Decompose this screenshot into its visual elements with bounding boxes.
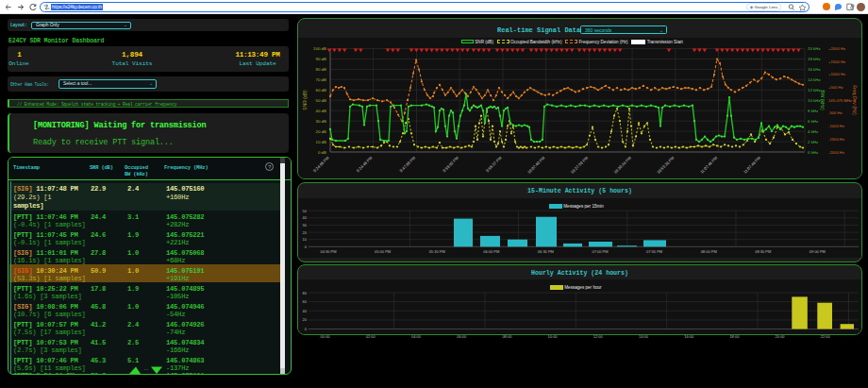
svg-text:14:00: 14:00: [639, 334, 649, 339]
svg-text:04:30 PM: 04:30 PM: [320, 249, 336, 254]
svg-text:9:47:09 PM: 9:47:09 PM: [399, 155, 417, 173]
svg-text:04:00: 04:00: [411, 334, 422, 339]
svg-text:11:07:48 PM: 11:07:48 PM: [743, 155, 761, 174]
svg-text:10 dB: 10 dB: [316, 140, 327, 144]
svg-text:4 kHz: 4 kHz: [808, 129, 818, 134]
svg-text:9:24:08 PM: 9:24:08 PM: [312, 155, 330, 173]
svg-text:10: 10: [303, 237, 308, 242]
svg-text:9:58:37 PM: 9:58:37 PM: [485, 155, 503, 173]
svg-text:14 kHz: 14 kHz: [808, 77, 821, 82]
svg-text:08:00: 08:00: [502, 334, 512, 339]
svg-text:80 dB: 80 dB: [316, 67, 327, 72]
svg-text:10:27:59 PM: 10:27:59 PM: [570, 155, 590, 175]
svg-text:60 dB: 60 dB: [316, 88, 327, 93]
svg-text:BW (kHz): BW (kHz): [820, 90, 826, 110]
svg-text:-1500 Hz: -1500 Hz: [828, 137, 844, 142]
svg-text:Freq Dev (Hz): Freq Dev (Hz): [852, 85, 858, 115]
svg-text:08:00 PM: 08:00 PM: [701, 249, 717, 254]
svg-text:0 kHz: 0 kHz: [808, 150, 818, 155]
svg-text:8 kHz: 8 kHz: [808, 109, 818, 113]
svg-text:0: 0: [305, 327, 308, 331]
svg-text:10:30:24 PM: 10:30:24 PM: [612, 155, 632, 175]
svg-text:30: 30: [303, 223, 308, 228]
svg-text:20: 20: [303, 230, 308, 235]
svg-text:SNR (dB): SNR (dB): [302, 90, 308, 110]
svg-text:0: 0: [305, 245, 308, 249]
svg-text:9:58:02 PM: 9:58:02 PM: [442, 155, 459, 173]
svg-text:9:24:48 PM: 9:24:48 PM: [356, 155, 374, 173]
svg-text:12 kHz: 12 kHz: [808, 88, 821, 93]
svg-text:06:30 PM: 06:30 PM: [538, 249, 554, 254]
svg-text:00:00: 00:00: [321, 334, 331, 339]
svg-text:40 dB: 40 dB: [316, 109, 327, 113]
svg-text:20 dB: 20 dB: [316, 129, 327, 134]
svg-text:18 kHz: 18 kHz: [808, 57, 821, 61]
svg-text:-1000 Hz: -1000 Hz: [828, 124, 844, 128]
svg-text:50: 50: [303, 209, 308, 213]
svg-text:22:00: 22:00: [821, 334, 831, 339]
svg-text:11:07:46 PM: 11:07:46 PM: [699, 155, 718, 174]
svg-text:07:30 PM: 07:30 PM: [646, 249, 662, 254]
svg-text:20 kHz: 20 kHz: [808, 46, 821, 51]
svg-text:-500 Hz: -500 Hz: [828, 110, 843, 115]
svg-text:16:00: 16:00: [684, 334, 694, 339]
svg-text:05:00 PM: 05:00 PM: [375, 249, 391, 254]
svg-text:20: 20: [303, 317, 308, 322]
svg-text:10:00: 10:00: [548, 334, 559, 339]
svg-text:18:00: 18:00: [729, 334, 740, 339]
svg-text:100 dB: 100 dB: [313, 46, 326, 51]
svg-text:90 dB: 90 dB: [316, 57, 327, 61]
svg-text:16 kHz: 16 kHz: [808, 67, 821, 72]
svg-text:-2000 Hz: -2000 Hz: [828, 150, 844, 155]
svg-text:80: 80: [303, 291, 308, 295]
svg-text:60: 60: [303, 299, 308, 304]
svg-text:145.075 MHz: 145.075 MHz: [828, 98, 852, 103]
svg-text:30 dB: 30 dB: [316, 119, 327, 124]
svg-text:+2000 Hz: +2000 Hz: [828, 46, 845, 51]
svg-text:+1000 Hz: +1000 Hz: [828, 72, 845, 76]
svg-text:2 kHz: 2 kHz: [808, 140, 818, 144]
svg-text:+500 Hz: +500 Hz: [828, 85, 843, 90]
svg-text:0 dB: 0 dB: [318, 150, 326, 155]
svg-text:08:30 PM: 08:30 PM: [755, 249, 771, 254]
svg-text:06:00 PM: 06:00 PM: [483, 249, 499, 254]
svg-text:+1500 Hz: +1500 Hz: [828, 59, 845, 64]
svg-text:20:00: 20:00: [776, 334, 786, 339]
svg-text:70 dB: 70 dB: [316, 77, 327, 82]
svg-text:07:00 PM: 07:00 PM: [592, 249, 608, 254]
svg-text:10:07:40 PM: 10:07:40 PM: [526, 155, 546, 175]
svg-text:50 dB: 50 dB: [316, 98, 327, 103]
svg-text:40: 40: [303, 309, 308, 313]
svg-text:09:00 PM: 09:00 PM: [810, 249, 826, 254]
svg-text:12:00: 12:00: [593, 334, 604, 339]
svg-text:02:00: 02:00: [366, 334, 376, 339]
svg-text:6 kHz: 6 kHz: [808, 119, 818, 124]
svg-text:40: 40: [303, 215, 308, 220]
svg-text:06:00: 06:00: [457, 334, 467, 339]
svg-text:10 kHz: 10 kHz: [808, 98, 821, 103]
svg-text:05:30 PM: 05:30 PM: [429, 249, 445, 254]
svg-text:10:53:26 PM: 10:53:26 PM: [656, 155, 676, 175]
